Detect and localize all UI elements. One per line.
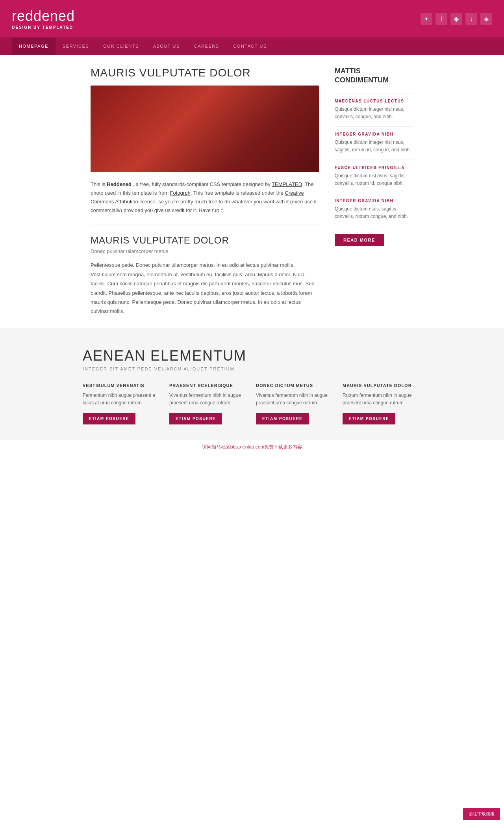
read-more-button[interactable]: READ MORE bbox=[335, 234, 384, 246]
card-btn-1[interactable]: ETIAM POSUERE bbox=[169, 413, 222, 424]
bottom-subtitle: INTEGER SIT AMET PEDE VEL ARCU ALIQUET P… bbox=[83, 367, 421, 371]
sidebar-section-2: FUSCE ULTRICES FRINGILLAQuisque dictum n… bbox=[335, 160, 413, 193]
tumblr-icon[interactable]: t bbox=[465, 13, 477, 25]
footer-bar: 访问伽马社区bbs.xienlao.com免费下载更多内容 bbox=[0, 440, 504, 454]
sidebar-section-text-2: Quisque dictum nisl risus, sagittis conv… bbox=[335, 172, 413, 187]
bottom-inner: AENEAN ELEMENTUM INTEGER SIT AMET PEDE V… bbox=[83, 348, 421, 424]
card-text-3: Rutrum fermentum nibh in augue praesent … bbox=[343, 392, 421, 407]
sidebar-section-text-0: Quisque dictum integer nisl risus, conva… bbox=[335, 106, 413, 121]
nav-item-homepage[interactable]: HOMEPAGE bbox=[12, 37, 56, 55]
sidebar: MATTIS CONDIMENTUM MAECENAS LUCTUS LECTU… bbox=[335, 67, 413, 316]
card-3: MAURIS VULPUTATE DOLORRutrum fermentum n… bbox=[343, 383, 421, 424]
card-title-3: MAURIS VULPUTATE DOLOR bbox=[343, 383, 421, 388]
nav-item-contact-us[interactable]: CONTACT US bbox=[226, 37, 274, 55]
sidebar-section-title-1: INTEGER GRAVIDA NIBH bbox=[335, 132, 413, 136]
sidebar-section-3: INTEGER GRAVIDA NIBHQuisque dictum risus… bbox=[335, 193, 413, 226]
sidebar-main-title: MATTIS CONDIMENTUM bbox=[335, 67, 413, 85]
card-1: PRAESENT SCELERISQUEVivamus fermentum ni… bbox=[169, 383, 248, 424]
sidebar-sections: MAECENAS LUCTUS LECTUSQuisque dictum int… bbox=[335, 93, 413, 226]
sidebar-section-text-1: Quisque dictum integer nisl risus, sagit… bbox=[335, 139, 413, 154]
site-header: reddened DESIGN BY TEMPLATED ✦ f ◉ t ◈ bbox=[0, 0, 504, 37]
card-text-1: Vivamus fermentum nibh in augue praesent… bbox=[169, 392, 248, 407]
card-btn-0[interactable]: ETIAM POSUERE bbox=[83, 413, 135, 424]
facebook-icon[interactable]: f bbox=[435, 13, 447, 25]
social-icons-container: ✦ f ◉ t ◈ bbox=[421, 13, 492, 25]
card-text-2: Vivamus fermentum nibh in augue praesent… bbox=[256, 392, 335, 407]
subtitle-prefix: DESIGN BY bbox=[12, 25, 43, 30]
site-title: reddened bbox=[12, 8, 75, 24]
main-nav: HOMEPAGESERVICESOUR CLIENTSABOUT USCAREE… bbox=[0, 37, 504, 55]
watermark-text: 访问伽马社区bbs.xienlao.com免费下载更多内容 bbox=[202, 444, 302, 450]
sidebar-section-1: INTEGER GRAVIDA NIBHQuisque dictum integ… bbox=[335, 126, 413, 159]
fotogrph-link[interactable]: Fotogrph bbox=[170, 190, 191, 196]
bottom-section: AENEAN ELEMENTUM INTEGER SIT AMET PEDE V… bbox=[0, 328, 504, 440]
site-subtitle: DESIGN BY TEMPLATED bbox=[12, 25, 75, 30]
article-main-title: MAURIS VULPUTATE DOLOR bbox=[91, 67, 319, 79]
cards-grid: VESTIBULUM VENENATISFermentum nibh augue… bbox=[83, 383, 421, 424]
sidebar-section-0: MAECENAS LUCTUS LECTUSQuisque dictum int… bbox=[335, 93, 413, 126]
nav-item-our-clients[interactable]: OUR CLIENTS bbox=[96, 37, 146, 55]
card-btn-2[interactable]: ETIAM POSUERE bbox=[256, 413, 309, 424]
card-title-0: VESTIBULUM VENENATIS bbox=[83, 383, 161, 388]
rss-icon[interactable]: ◈ bbox=[480, 13, 492, 25]
nav-item-about-us[interactable]: ABOUT US bbox=[146, 37, 187, 55]
article-divider bbox=[91, 225, 319, 225]
sidebar-section-title-3: INTEGER GRAVIDA NIBH bbox=[335, 199, 413, 203]
main-content: MAURIS VULPUTATE DOLOR This is Reddened … bbox=[91, 67, 319, 316]
article-section2-body: Pellentesque pede. Donec pulvinar ullamc… bbox=[91, 260, 319, 316]
article-section2-desc: Donec pulvinar ullamcorper metus bbox=[91, 248, 319, 254]
card-2: DONEC DICTUM METUSVivamus fermentum nibh… bbox=[256, 383, 335, 424]
nav-item-careers[interactable]: CAREERS bbox=[187, 37, 226, 55]
cc-link[interactable]: Creative Commons Attribution bbox=[91, 190, 304, 205]
article-section2-title: MAURIS VULPUTATE DOLOR bbox=[91, 235, 319, 246]
dribbble-icon[interactable]: ◉ bbox=[450, 13, 462, 25]
sidebar-section-title-0: MAECENAS LUCTUS LECTUS bbox=[335, 99, 413, 103]
card-0: VESTIBULUM VENENATISFermentum nibh augue… bbox=[83, 383, 161, 424]
main-wrapper: MAURIS VULPUTATE DOLOR This is Reddened … bbox=[83, 55, 421, 328]
bottom-title: AENEAN ELEMENTUM bbox=[83, 348, 421, 364]
site-branding: reddened DESIGN BY TEMPLATED bbox=[12, 8, 75, 30]
card-title-2: DONEC DICTUM METUS bbox=[256, 383, 335, 388]
card-btn-3[interactable]: ETIAM POSUERE bbox=[343, 413, 395, 424]
sidebar-section-title-2: FUSCE ULTRICES FRINGILLA bbox=[335, 166, 413, 170]
twitter-icon[interactable]: ✦ bbox=[421, 13, 432, 25]
subtitle-brand: TEMPLATED bbox=[43, 25, 73, 30]
nav-item-services[interactable]: SERVICES bbox=[56, 37, 96, 55]
sidebar-section-text-3: Quisque dictum risus, sagittis convallis… bbox=[335, 205, 413, 220]
templated-link[interactable]: TEMPLATED bbox=[272, 181, 302, 187]
article-image bbox=[91, 86, 319, 172]
article-body-text: This is Reddened , a free, fully standar… bbox=[91, 180, 319, 215]
card-text-0: Fermentum nibh augue praesent a lacus at… bbox=[83, 392, 161, 407]
card-title-1: PRAESENT SCELERISQUE bbox=[169, 383, 248, 388]
